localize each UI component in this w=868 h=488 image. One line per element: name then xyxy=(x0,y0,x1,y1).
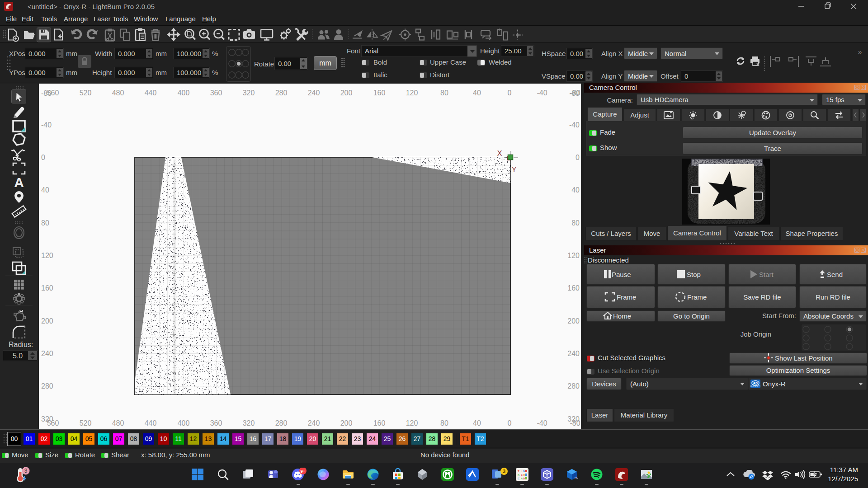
svg-text:160: 160 xyxy=(373,419,386,427)
svg-text:3: 3 xyxy=(24,468,28,474)
svg-text:360: 360 xyxy=(210,89,222,97)
svg-text:9+: 9+ xyxy=(301,469,306,474)
svg-text:RD: RD xyxy=(753,382,758,385)
svg-text:40: 40 xyxy=(473,89,481,97)
svg-text:320: 320 xyxy=(243,419,255,427)
svg-text:80: 80 xyxy=(440,419,448,427)
svg-text:Send: Send xyxy=(827,271,843,278)
svg-text:200: 200 xyxy=(340,419,353,427)
svg-text:Frame: Frame xyxy=(617,293,636,301)
svg-text:RuiDa ACS: RuiDa ACS xyxy=(750,385,760,388)
svg-text:80: 80 xyxy=(440,89,448,97)
svg-text:X: X xyxy=(497,150,502,157)
svg-text:320: 320 xyxy=(243,89,255,97)
svg-text:K: K xyxy=(518,474,520,476)
svg-text:240: 240 xyxy=(567,350,580,357)
svg-text:240: 240 xyxy=(41,350,53,357)
svg-text:Y: Y xyxy=(512,166,517,174)
svg-text:A: A xyxy=(14,175,24,190)
svg-text:480: 480 xyxy=(112,419,124,427)
svg-text:80: 80 xyxy=(41,219,49,227)
svg-text:-40: -40 xyxy=(41,121,52,129)
svg-text:-40: -40 xyxy=(537,89,547,97)
svg-text:200: 200 xyxy=(340,89,353,97)
svg-text:280: 280 xyxy=(275,419,288,427)
svg-text:280: 280 xyxy=(275,89,288,97)
svg-text:320: 320 xyxy=(567,415,580,423)
svg-text:-40: -40 xyxy=(569,121,580,129)
svg-text:280: 280 xyxy=(41,382,53,390)
svg-text:120: 120 xyxy=(406,419,418,427)
svg-text:440: 440 xyxy=(145,89,157,97)
svg-text:200: 200 xyxy=(41,317,53,325)
svg-text:160: 160 xyxy=(567,284,580,292)
svg-text:Pause: Pause xyxy=(612,271,631,278)
svg-text:-40: -40 xyxy=(537,419,547,427)
svg-text:RD: RD xyxy=(575,476,578,479)
svg-text:5.0: 5.0 xyxy=(13,352,23,360)
svg-text:E: E xyxy=(521,474,523,476)
svg-text:280: 280 xyxy=(567,382,580,390)
svg-text:Frame: Frame xyxy=(687,293,707,301)
svg-text:120: 120 xyxy=(41,252,53,259)
svg-text:40: 40 xyxy=(571,186,580,194)
svg-text:400: 400 xyxy=(178,419,190,427)
svg-text:320: 320 xyxy=(41,415,53,423)
svg-text:0: 0 xyxy=(508,89,512,97)
svg-text:0: 0 xyxy=(508,419,512,427)
svg-text:400: 400 xyxy=(178,89,190,97)
svg-text:N: N xyxy=(523,470,525,473)
svg-text:520: 520 xyxy=(80,419,92,427)
svg-text:-80: -80 xyxy=(41,89,52,97)
svg-text:40: 40 xyxy=(41,186,49,194)
svg-text:Show Last Position: Show Last Position xyxy=(775,354,833,362)
svg-text:3: 3 xyxy=(503,469,505,474)
svg-text:240: 240 xyxy=(308,89,320,97)
svg-text:160: 160 xyxy=(41,284,53,292)
svg-text:0: 0 xyxy=(41,154,45,161)
svg-text:120: 120 xyxy=(567,252,580,259)
svg-text:0: 0 xyxy=(576,154,580,161)
svg-text:160: 160 xyxy=(373,89,386,97)
svg-text:40: 40 xyxy=(473,419,481,427)
svg-text:Radius:: Radius: xyxy=(9,341,33,348)
svg-text:240: 240 xyxy=(308,419,320,427)
svg-text:520: 520 xyxy=(80,89,92,97)
svg-text:-80: -80 xyxy=(569,89,580,97)
svg-text:440: 440 xyxy=(145,419,157,427)
svg-text:120: 120 xyxy=(406,89,418,97)
svg-text:80: 80 xyxy=(571,219,580,227)
svg-text:Stop: Stop xyxy=(687,271,701,278)
svg-text:Home: Home xyxy=(613,312,631,320)
svg-text:200: 200 xyxy=(567,317,580,325)
svg-text:360: 360 xyxy=(210,419,222,427)
svg-text:T: T xyxy=(518,470,519,473)
svg-text:Start: Start xyxy=(759,271,774,278)
svg-text:480: 480 xyxy=(112,89,124,97)
svg-text:C: C xyxy=(518,477,520,480)
